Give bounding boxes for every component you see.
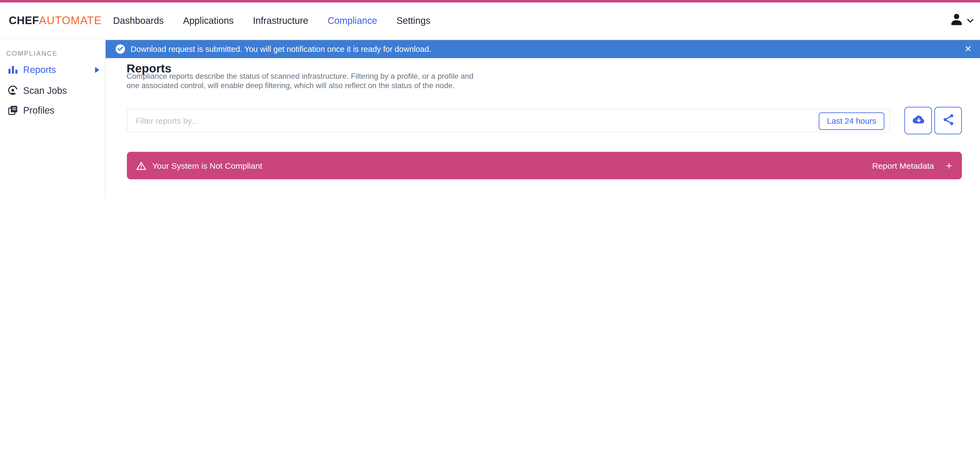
report-metadata-expand-icon[interactable]: + [946, 160, 952, 171]
time-range-button[interactable]: Last 24 hours [819, 112, 885, 130]
share-report-button[interactable] [934, 107, 962, 134]
chevron-down-icon [967, 15, 974, 26]
expand-arrow-icon [95, 67, 99, 73]
chef-automate-logo[interactable]: CHEFAUTOMATE [9, 14, 102, 27]
sidebar-item-profiles[interactable]: Profiles [0, 100, 105, 121]
page-description-line2: one associated control, will enable deep… [127, 81, 474, 90]
compliance-status-banner: Your System is Not Compliant Report Meta… [127, 152, 962, 179]
sidebar-item-reports[interactable]: Reports [0, 59, 105, 80]
page-description-line1: Compliance reports describe the status o… [127, 72, 474, 81]
nav-applications[interactable]: Applications [183, 15, 234, 26]
reports-page: Reports Compliance reports describe the … [106, 39, 980, 199]
share-icon [943, 114, 954, 127]
sidebar-item-label: Profiles [23, 105, 54, 116]
report-metadata-toggle[interactable]: Report Metadata [872, 161, 934, 170]
compliance-status-message: Your System is Not Compliant [152, 161, 262, 170]
nav-settings[interactable]: Settings [396, 15, 430, 26]
nav-infrastructure[interactable]: Infrastructure [253, 15, 308, 26]
user-profile-icon [949, 12, 964, 29]
brand-top-strip [0, 0, 980, 2]
nav-dashboards[interactable]: Dashboards [113, 15, 164, 26]
cloud-download-icon [912, 115, 925, 127]
logo-chef-text: CHEF [9, 14, 39, 27]
notification-message: Download request is submitted. You will … [130, 44, 431, 54]
tab-overview[interactable]: Overview [127, 195, 182, 199]
bar-chart-icon [7, 65, 18, 75]
app-window: CHEFAUTOMATE Dashboards Applications Inf… [0, 0, 980, 199]
compliance-sidebar: COMPLIANCE Reports Scan Jobs Profiles [0, 39, 106, 199]
check-circle-icon [116, 44, 125, 54]
tab-nodes[interactable]: 6 Nodes [190, 195, 241, 199]
sidebar-item-label: Scan Jobs [23, 85, 67, 96]
tab-controls[interactable]: 156 Controls [313, 195, 382, 199]
sidebar-section-label: COMPLIANCE [6, 49, 58, 57]
sidebar-item-scan-jobs[interactable]: Scan Jobs [0, 80, 105, 100]
page-description: Compliance reports describe the status o… [127, 72, 474, 90]
app-header: CHEFAUTOMATE Dashboards Applications Inf… [0, 2, 980, 39]
warning-triangle-icon [136, 161, 146, 170]
download-report-button[interactable] [905, 107, 932, 134]
sidebar-item-label: Reports [23, 65, 56, 75]
profiles-stack-icon [7, 105, 18, 116]
filter-reports-input[interactable] [127, 109, 889, 132]
top-nav: Dashboards Applications Infrastructure C… [113, 2, 430, 39]
tab-profiles[interactable]: 6 Profiles [249, 195, 305, 199]
close-icon[interactable]: ✕ [961, 44, 975, 54]
filter-reports-container: Last 24 hours [127, 109, 890, 132]
nav-compliance[interactable]: Compliance [328, 15, 377, 26]
user-menu[interactable] [949, 12, 974, 29]
download-notification-banner: Download request is submitted. You will … [106, 40, 980, 58]
logo-automate-text: AUTOMATE [39, 14, 102, 27]
report-tabs: Overview 6 Nodes 6 Profiles 156 Controls [127, 195, 390, 199]
scan-radar-icon [7, 85, 18, 96]
